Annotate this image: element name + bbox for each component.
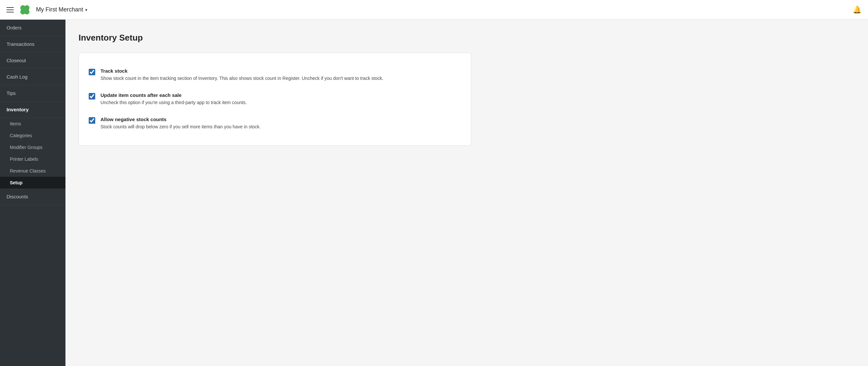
svg-point-4 bbox=[23, 8, 27, 11]
sidebar-item-closeout[interactable]: Closeout bbox=[0, 52, 65, 69]
setting-row-allow-negative-stock: Allow negative stock counts Stock counts… bbox=[89, 111, 461, 135]
sidebar-item-categories[interactable]: Categories bbox=[0, 130, 65, 142]
allow-negative-stock-description: Stock counts will drop below zero if you… bbox=[100, 123, 260, 130]
chevron-down-icon: ▾ bbox=[85, 7, 87, 12]
allow-negative-stock-label: Allow negative stock counts bbox=[100, 117, 260, 122]
sidebar-item-printer-labels[interactable]: Printer Labels bbox=[0, 153, 65, 165]
track-stock-checkbox[interactable] bbox=[89, 69, 95, 75]
setting-row-update-item-counts: Update item counts after each sale Unche… bbox=[89, 87, 461, 111]
merchant-selector[interactable]: My First Merchant ▾ bbox=[36, 6, 87, 13]
sidebar-item-cash-log[interactable]: Cash Log bbox=[0, 69, 65, 85]
main-content: Inventory Setup Track stock Show stock c… bbox=[65, 20, 868, 366]
setting-row-track-stock: Track stock Show stock count in the item… bbox=[89, 63, 461, 87]
update-item-counts-description: Uncheck this option if you're using a th… bbox=[100, 99, 247, 106]
sidebar-item-transactions[interactable]: Transactions bbox=[0, 36, 65, 52]
sidebar: Orders Transactions Closeout Cash Log Ti… bbox=[0, 20, 65, 366]
sidebar-item-setup[interactable]: Setup bbox=[0, 177, 65, 189]
track-stock-label: Track stock bbox=[100, 68, 383, 74]
track-stock-description: Show stock count in the item tracking se… bbox=[100, 75, 383, 82]
sidebar-item-tips[interactable]: Tips bbox=[0, 85, 65, 101]
page-title: Inventory Setup bbox=[79, 33, 855, 43]
clover-logo bbox=[19, 4, 31, 16]
merchant-name: My First Merchant bbox=[36, 6, 83, 13]
update-item-counts-label: Update item counts after each sale bbox=[100, 92, 247, 98]
hamburger-menu-button[interactable] bbox=[6, 7, 14, 12]
sidebar-item-revenue-classes[interactable]: Revenue Classes bbox=[0, 165, 65, 177]
app-header: My First Merchant ▾ 🔔 bbox=[0, 0, 868, 20]
update-item-counts-checkbox[interactable] bbox=[89, 93, 95, 99]
sidebar-item-inventory[interactable]: Inventory bbox=[0, 101, 65, 118]
notification-bell-icon[interactable]: 🔔 bbox=[852, 6, 862, 14]
sidebar-item-discounts[interactable]: Discounts bbox=[0, 189, 65, 205]
sidebar-item-modifier-groups[interactable]: Modifier Groups bbox=[0, 142, 65, 153]
sidebar-item-items[interactable]: Items bbox=[0, 118, 65, 130]
sidebar-item-orders[interactable]: Orders bbox=[0, 20, 65, 36]
allow-negative-stock-checkbox[interactable] bbox=[89, 117, 95, 124]
settings-card: Track stock Show stock count in the item… bbox=[79, 53, 471, 146]
